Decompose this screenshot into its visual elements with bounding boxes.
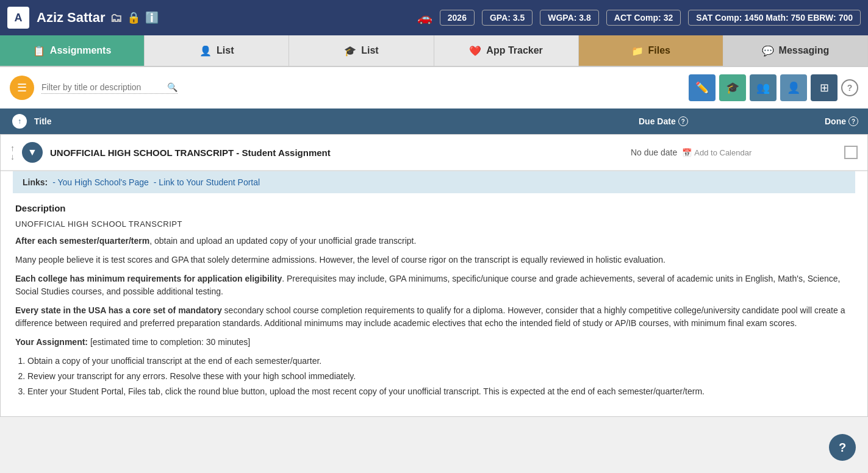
done-checkbox[interactable]: [844, 146, 858, 159]
car-icon: 🚗: [417, 10, 432, 25]
sat-badge: SAT Comp: 1450 Math: 750 EBRW: 700: [688, 10, 861, 26]
logo-icon: A: [7, 7, 29, 29]
wgpa-badge: WGPA: 3.8: [540, 10, 599, 26]
tab-assignments-label: Assignments: [50, 45, 111, 56]
tab-messaging[interactable]: 💬 Messaging: [723, 35, 868, 66]
folder-icon: 🗂: [110, 11, 122, 25]
para3-bold: Each college has minimum requirements fo…: [15, 274, 282, 283]
filter-bar: ☰ 🔍 ✏️ 🎓 👥 👤 ⊞ ?: [0, 67, 868, 108]
duedate-info-icon: ?: [678, 116, 688, 126]
nav-tabs: 📋 Assignments 👤 List 🎓 List ❤️ App Track…: [0, 35, 868, 67]
para1-rest: , obtain and upload an updated copy of y…: [149, 236, 416, 246]
menu-button[interactable]: ☰: [10, 76, 34, 100]
no-due-date: No due date: [631, 148, 677, 157]
person-button[interactable]: 👤: [780, 74, 807, 101]
gpa-badge: GPA: 3.5: [482, 10, 533, 26]
list-item-1: Obtain a copy of your unofficial transcr…: [27, 355, 853, 368]
expand-button[interactable]: ▼: [22, 142, 43, 163]
list2-icon: 🎓: [344, 45, 356, 57]
student-name: Aziz Sattar 🗂 🔒 ℹ️: [37, 10, 159, 26]
done-info-icon: ?: [848, 116, 858, 126]
assignment-title: UNOFFICIAL HIGH SCHOOL TRANSCRIPT - Stud…: [50, 148, 623, 158]
apptracker-icon: ❤️: [469, 45, 481, 57]
content-area: ↑↓ ▼ UNOFFICIAL HIGH SCHOOL TRANSCRIPT -…: [0, 134, 868, 417]
list-item-3: Enter your Student Portal, Files tab, cl…: [27, 385, 853, 398]
tab-list1-label: List: [217, 45, 234, 56]
para1-bold: After each semester/quarter/term: [15, 236, 149, 246]
year-badge: 2026: [440, 10, 475, 26]
col-done: Done ?: [809, 116, 858, 126]
description-section: Description UNOFFICIAL HIGH SCHOOL TRANS…: [13, 203, 855, 398]
assignments-icon: 📋: [33, 45, 45, 57]
assignment-row: ↑↓ ▼ UNOFFICIAL HIGH SCHOOL TRANSCRIPT -…: [1, 135, 867, 171]
list1-icon: 👤: [199, 45, 212, 57]
para4-bold: Every state in the USA has a core set of…: [15, 305, 222, 315]
table-header: ↑ Title Due Date ? Done ?: [0, 108, 868, 134]
search-icon: 🔍: [167, 82, 178, 92]
desc-subtitle: UNOFFICIAL HIGH SCHOOL TRANSCRIPT: [15, 219, 853, 229]
description-heading: Description: [15, 203, 853, 213]
tab-files-label: Files: [648, 45, 670, 56]
desc-para3: Each college has minimum requirements fo…: [15, 272, 853, 298]
tab-list1[interactable]: 👤 List: [145, 35, 289, 66]
desc-para4: Every state in the USA has a core set of…: [15, 304, 853, 330]
calendar-icon: 📅: [682, 148, 692, 157]
tab-apptracker-label: App Tracker: [486, 45, 542, 56]
tab-apptracker[interactable]: ❤️ App Tracker: [434, 35, 579, 66]
tab-messaging-label: Messaging: [779, 45, 830, 56]
filter-input[interactable]: [41, 82, 163, 92]
top-header: A Aziz Sattar 🗂 🔒 ℹ️ 🚗 2026 GPA: 3.5 WGP…: [0, 0, 868, 35]
links-bar: Links: - You High School's Page - Link t…: [13, 171, 855, 193]
help-circle-button[interactable]: ?: [841, 79, 858, 96]
edit-button[interactable]: ✏️: [689, 74, 716, 101]
tab-list2[interactable]: 🎓 List: [289, 35, 434, 66]
grid-button[interactable]: ⊞: [811, 74, 838, 101]
lock-icon: 🔒: [127, 11, 140, 24]
para5-bold: Your Assignment:: [15, 337, 88, 347]
graduation-button[interactable]: 🎓: [719, 74, 746, 101]
expanded-content: Links: - You High School's Page - Link t…: [1, 171, 867, 416]
sort-arrows[interactable]: ↑↓: [10, 144, 15, 161]
tab-list2-label: List: [361, 45, 378, 56]
para5-rest: [estimated time to completion: 30 minute…: [88, 337, 250, 347]
assignment-list: Obtain a copy of your unofficial transcr…: [27, 355, 853, 398]
files-icon: 📁: [631, 45, 644, 57]
col-duedate: Due Date ?: [639, 116, 809, 126]
toolbar-icons: ✏️ 🎓 👥 👤 ⊞ ?: [689, 74, 858, 101]
info-icon: ℹ️: [145, 11, 159, 24]
desc-para1: After each semester/quarter/term, obtain…: [15, 235, 853, 247]
done-checkbox-area: [809, 146, 858, 159]
add-to-calendar-button[interactable]: 📅 Add to Calendar: [682, 148, 751, 157]
desc-para2: Many people believe it is test scores an…: [15, 254, 853, 266]
link-high-school[interactable]: - You High School's Page: [52, 177, 149, 187]
desc-para5: Your Assignment: [estimated time to comp…: [15, 336, 853, 349]
group-button[interactable]: 👥: [750, 74, 777, 101]
tab-files[interactable]: 📁 Files: [579, 35, 723, 66]
link-student-portal[interactable]: - Link to Your Student Portal: [154, 177, 260, 187]
act-badge: ACT Comp: 32: [606, 10, 681, 26]
sort-badge[interactable]: ↑: [12, 114, 27, 129]
messaging-icon: 💬: [762, 45, 774, 57]
tab-assignments[interactable]: 📋 Assignments: [0, 35, 145, 66]
col-title: Title: [29, 116, 639, 126]
logo-letter: A: [15, 12, 23, 24]
list-item-2: Review your transcript for any errors. R…: [27, 370, 853, 383]
sort-badge-container: ↑: [10, 114, 29, 129]
links-label: Links:: [23, 177, 48, 187]
due-date-area: No due date 📅 Add to Calendar: [631, 148, 802, 157]
add-to-calendar-label: Add to Calendar: [694, 148, 751, 157]
filter-wrapper: 🔍: [41, 82, 178, 94]
